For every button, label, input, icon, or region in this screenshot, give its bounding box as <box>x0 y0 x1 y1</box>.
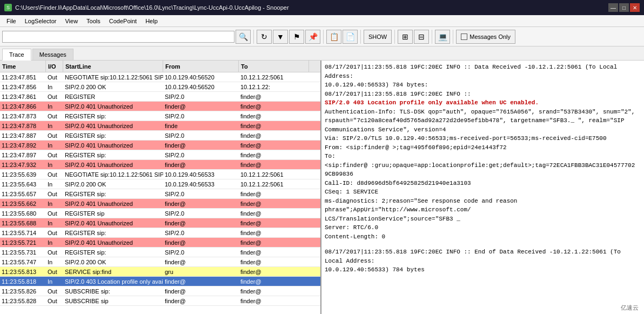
view-btn-2[interactable]: ⊟ <box>414 30 429 44</box>
cell-to: finder@ <box>239 228 309 237</box>
minimize-button[interactable]: — <box>608 3 618 12</box>
table-row[interactable]: 11:23:55.657 Out REGISTER sip: SIP/2.0 f… <box>0 189 320 199</box>
col-header-to: To <box>239 61 309 72</box>
detail-line: LCS/TranslationService";source="SFB3 _ <box>325 215 641 224</box>
search-button[interactable]: 🔍 <box>236 30 251 44</box>
menu-file[interactable]: File <box>2 17 21 25</box>
cell-from: finder@ <box>163 218 239 228</box>
table-row[interactable]: 11:23:55.747 In SIP/2.0 200 OK finder@ f… <box>0 257 320 267</box>
cell-io: Out <box>46 248 63 257</box>
cell-time: 11:23:55.813 <box>0 267 46 276</box>
cell-time: 11:23:55.688 <box>0 218 46 228</box>
detail-panel: 08/17/2017|11:23:55.818 19FC:20EC INFO :… <box>321 61 644 314</box>
table-row[interactable]: 11:23:55.818 In SIP/2.0 403 Location pro… <box>0 277 320 286</box>
table-row[interactable]: 11:23:47.866 In SIP/2.0 401 Unauthorized… <box>0 102 320 111</box>
table-row[interactable]: 11:23:47.887 Out REGISTER sip: SIP/2.0 f… <box>0 131 320 141</box>
detail-line: Call-ID: d8d9696d5bf64925825d21940e1a310… <box>325 179 641 188</box>
table-row[interactable]: 11:23:47.932 In SIP/2.0 401 Unauthorized… <box>0 160 320 170</box>
menu-codepoint[interactable]: CodePoint <box>105 17 141 25</box>
cell-startline: SUBSCRIBE sip: <box>63 286 163 296</box>
trace-panel: Time I/O StartLine From To 11:23:47.851 … <box>0 61 321 314</box>
cell-io: Out <box>46 92 63 101</box>
window-controls[interactable]: — □ ✕ <box>608 3 640 12</box>
separator-2 <box>323 30 324 44</box>
table-row[interactable]: 11:23:47.861 Out REGISTER SIP/2.0 finder… <box>0 92 320 102</box>
title-text: C:\Users\Finder.li\AppData\Local\Microso… <box>15 4 605 11</box>
table-row[interactable]: 11:23:55.826 Out SUBSCRIBE sip: finder@ … <box>0 286 320 296</box>
main-content: Time I/O StartLine From To 11:23:47.851 … <box>0 61 644 314</box>
cell-from: finder@ <box>163 296 239 305</box>
cell-to: finder@ <box>239 257 309 266</box>
table-row[interactable]: 11:23:55.680 Out REGISTER sip SIP/2.0 fi… <box>0 209 320 218</box>
pin-button[interactable]: 📌 <box>305 30 320 44</box>
copy-button[interactable]: 📋 <box>326 30 341 44</box>
table-row[interactable]: 11:23:47.892 In SIP/2.0 401 Unauthorized… <box>0 141 320 150</box>
col-header-io: I/O <box>46 61 63 72</box>
cell-from: gru <box>163 267 239 276</box>
cell-to: finder@ <box>239 92 309 101</box>
detail-line: 10.0.129.40:56533) 784 bytes <box>325 265 641 275</box>
menu-tools[interactable]: Tools <box>82 17 105 25</box>
menu-bar: File LogSelector View Tools CodePoint He… <box>0 15 644 27</box>
table-row[interactable]: 11:23:55.688 In SIP/2.0 401 Unauthorized… <box>0 218 320 228</box>
cell-time: 11:23:47.878 <box>0 121 46 130</box>
table-row[interactable]: 11:23:47.897 Out REGISTER sip: SIP/2.0 f… <box>0 150 320 160</box>
cell-startline: REGISTER sip: <box>63 228 163 237</box>
cell-startline: SIP/2.0 403 Location profile only avail.… <box>63 277 163 286</box>
cell-time: 11:23:55.818 <box>0 277 46 286</box>
detail-line: CSeq: 1 SERVICE <box>325 188 641 197</box>
table-row[interactable]: 11:23:55.731 Out REGISTER sip: SIP/2.0 f… <box>0 248 320 257</box>
refresh-button[interactable]: ↻ <box>257 30 272 44</box>
cell-io: Out <box>46 72 63 82</box>
messages-only-button[interactable]: Messages Only <box>456 30 515 44</box>
cell-time: 11:23:55.639 <box>0 170 46 179</box>
search-input[interactable] <box>2 31 234 43</box>
maximize-button[interactable]: □ <box>619 3 629 12</box>
show-button[interactable]: SHOW <box>364 30 392 44</box>
cell-time: 11:23:47.932 <box>0 160 46 169</box>
col-header-time: Time <box>0 61 46 72</box>
separator-1 <box>253 30 254 44</box>
detail-line: Server: RTC/6.0 <box>325 223 641 232</box>
cell-startline: REGISTER <box>63 92 163 101</box>
filter-button[interactable]: ▼ <box>273 30 288 44</box>
cell-startline: SIP/2.0 401 Unauthorized <box>63 102 163 111</box>
menu-help[interactable]: Help <box>141 17 162 25</box>
table-row[interactable]: 11:23:55.714 Out REGISTER sip: SIP/2.0 f… <box>0 228 320 238</box>
cell-io: In <box>46 218 63 228</box>
table-row[interactable]: 11:23:55.643 In SIP/2.0 200 OK 10.0.129.… <box>0 179 320 189</box>
table-row[interactable]: 11:23:55.639 Out NEGOTIATE sip:10.12.1.2… <box>0 170 320 179</box>
bookmark-button[interactable]: ⚑ <box>289 30 304 44</box>
cell-to: finder@ <box>239 121 309 130</box>
table-row[interactable]: 11:23:55.828 Out SUBSCRIBE sip finder@ f… <box>0 296 320 306</box>
cell-startline: SERVICE sip:find <box>63 267 163 276</box>
menu-view[interactable]: View <box>61 17 82 25</box>
table-row[interactable]: 11:23:55.662 In SIP/2.0 401 Unauthorized… <box>0 199 320 209</box>
tab-trace[interactable]: Trace <box>2 49 31 61</box>
cell-from: 10.0.129.40:56533 <box>163 179 239 189</box>
detail-line: Authentication-Info: TLS-DSK qop="auth",… <box>325 108 641 117</box>
cell-to: finder@ <box>239 160 309 169</box>
export-button[interactable]: 📄 <box>343 30 358 44</box>
cell-from: finde <box>163 121 239 130</box>
close-button[interactable]: ✕ <box>630 3 640 12</box>
col-header-startline: StartLine <box>63 61 163 72</box>
detail-line: 10.0.129.40:56533) 784 bytes: <box>325 81 641 90</box>
code-button[interactable]: 💻 <box>435 30 450 44</box>
cell-time: 11:23:55.657 <box>0 189 46 198</box>
table-row[interactable]: 11:23:55.721 In SIP/2.0 401 Unauthorized… <box>0 238 320 248</box>
table-row[interactable]: 11:23:47.873 Out REGISTER sip: SIP/2.0 f… <box>0 111 320 121</box>
cell-from: 10.0.129.40:56533 <box>163 170 239 179</box>
table-row[interactable]: 11:23:47.878 In SIP/2.0 401 Unauthorized… <box>0 121 320 131</box>
cell-io: Out <box>46 150 63 159</box>
table-row[interactable]: 11:23:55.813 Out SERVICE sip:find gru fi… <box>0 267 320 277</box>
table-body[interactable]: 11:23:47.851 Out NEGOTIATE sip:10.12.1.2… <box>0 72 320 314</box>
menu-logselector[interactable]: LogSelector <box>21 17 61 25</box>
table-row[interactable]: 11:23:47.851 Out NEGOTIATE sip:10.12.1.2… <box>0 72 320 82</box>
cell-from: SIP/2.0 <box>163 150 239 159</box>
tab-messages[interactable]: Messages <box>32 49 73 60</box>
table-row[interactable]: 11:23:47.856 In SIP/2.0 200 OK 10.0.129.… <box>0 82 320 92</box>
view-btn-1[interactable]: ⊞ <box>398 30 413 44</box>
cell-startline: REGISTER sip: <box>63 248 163 257</box>
cell-startline: SIP/2.0 401 Unauthorized <box>63 141 163 150</box>
